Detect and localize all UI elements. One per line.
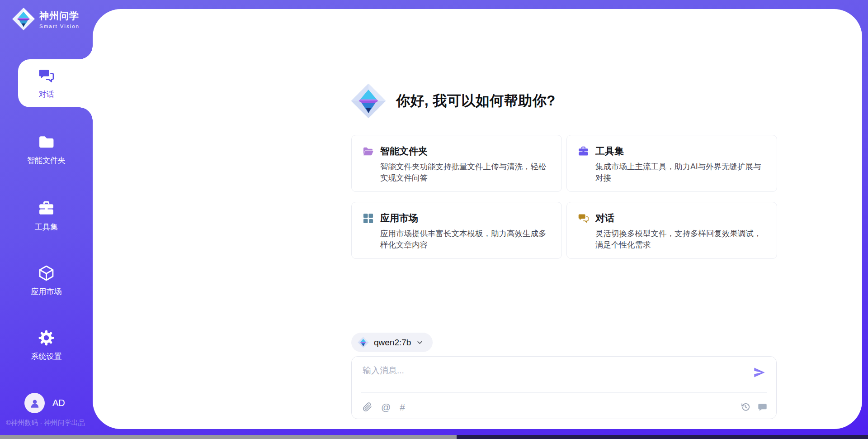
send-icon [753,366,766,379]
app-root: 你好, 我可以如何帮助你? 智能文件夹 智能文件夹功能支持批量文件上传与清洗，轻… [0,0,868,439]
send-button[interactable] [753,366,766,380]
user-initials: AD [52,398,65,408]
sidebar-item-label: 应用市场 [31,286,62,297]
comment-icon [758,402,767,412]
card-title: 对话 [595,212,614,224]
copyright-footer: ©神州数码 · 神州问学出品 [6,419,85,427]
composer-tools-right [741,402,767,412]
attach-button[interactable] [363,402,372,412]
card-description: 集成市场上主流工具，助力AI与外界无缝扩展与对接 [595,161,766,184]
card-header: 对话 [578,212,766,224]
sidebar-item-label: 智能文件夹 [27,155,66,166]
feature-card-app-market[interactable]: 应用市场 应用市场提供丰富长文本模板，助力高效生成多样化文章内容 [351,202,562,259]
feature-card-toolset[interactable]: 工具集 集成市场上主流工具，助力AI与外界无缝扩展与对接 [566,135,777,192]
sidebar-item-chat[interactable]: 对话 [0,58,93,108]
greeting-title: 你好, 我可以如何帮助你? [396,91,556,110]
chat-icon [38,67,55,84]
chat-icon [578,213,589,224]
briefcase-icon [38,200,55,217]
brand-logo: 神州问学 Smart Vision [12,7,80,31]
cube-icon [38,265,55,282]
briefcase-icon [578,146,589,157]
card-description: 应用市场提供丰富长文本模板，助力高效生成多样化文章内容 [380,228,551,251]
card-title: 应用市场 [380,212,418,224]
feature-card-chat[interactable]: 对话 灵活切换多模型文件，支持多样回复效果调试，满足个性化需求 [566,202,777,259]
new-chat-button[interactable] [758,402,767,412]
chevron-down-icon [416,339,424,346]
composer-tools-left: @ # [363,402,405,412]
card-header: 应用市场 [363,212,551,224]
model-logo-icon [358,337,369,348]
main-panel: 你好, 我可以如何帮助你? 智能文件夹 智能文件夹功能支持批量文件上传与清洗，轻… [93,9,862,429]
sidebar-item-label: 系统设置 [31,351,62,362]
user-profile[interactable]: AD [24,393,65,413]
card-header: 工具集 [578,145,766,157]
scrollbar-thumb[interactable] [0,435,457,439]
brand-text: 神州问学 Smart Vision [39,10,80,29]
sidebar-item-settings[interactable]: 系统设置 [0,320,93,370]
history-button[interactable] [741,402,750,412]
feature-cards: 智能文件夹 智能文件夹功能支持批量文件上传与清洗，轻松实现文件问答 工具集 集成… [351,135,777,259]
sidebar-item-toolset[interactable]: 工具集 [0,191,93,241]
horizontal-scrollbar[interactable] [0,435,868,439]
folder-open-icon [363,146,374,157]
card-title: 工具集 [595,145,624,157]
feature-card-smart-folders[interactable]: 智能文件夹 智能文件夹功能支持批量文件上传与清洗，轻松实现文件问答 [351,135,562,192]
card-description: 灵活切换多模型文件，支持多样回复效果调试，满足个性化需求 [595,228,766,251]
active-nav-fillet-bottom [79,107,93,121]
card-description: 智能文件夹功能支持批量文件上传与清洗，轻松实现文件问答 [380,161,551,184]
greeting: 你好, 我可以如何帮助你? [350,83,556,119]
app-grid-icon [363,213,374,224]
person-icon [29,397,41,409]
folder-icon [38,134,55,150]
sidebar-item-label: 工具集 [35,222,58,232]
brand-subtitle: Smart Vision [39,24,80,29]
composer-divider [361,392,767,393]
active-nav-fillet-top [79,46,93,59]
card-title: 智能文件夹 [380,145,428,157]
assistant-logo-icon [350,83,387,119]
message-input[interactable] [363,365,738,388]
message-composer: @ # [351,356,777,419]
brand-name: 神州问学 [39,10,80,22]
gear-icon [38,329,55,346]
avatar [24,393,45,413]
model-name: qwen2:7b [374,338,411,348]
sidebar-item-app-market[interactable]: 应用市场 [0,256,93,305]
card-header: 智能文件夹 [363,145,551,157]
hashtag-button[interactable]: # [400,402,405,412]
sidebar: 神州问学 Smart Vision 对话 智能文件夹 工具集 应用市场 [0,0,93,439]
sidebar-item-label: 对话 [39,89,54,100]
mention-button[interactable]: @ [381,402,391,412]
paperclip-icon [363,402,372,412]
brand-diamond-icon [12,7,35,31]
history-icon [741,402,750,412]
sidebar-item-smart-folders[interactable]: 智能文件夹 [0,124,93,174]
model-selector[interactable]: qwen2:7b [351,333,433,352]
